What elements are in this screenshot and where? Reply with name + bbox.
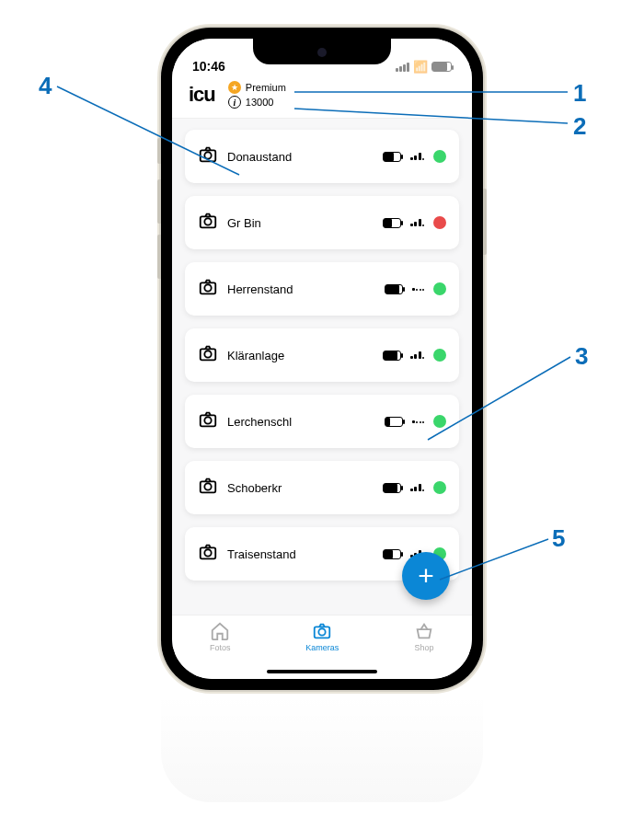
- tab-fotos-label: Fotos: [210, 643, 231, 652]
- home-icon: [210, 621, 230, 641]
- camera-indicators: [383, 481, 447, 494]
- camera-card[interactable]: Donaustand: [185, 130, 459, 183]
- tab-kameras-label: Kameras: [305, 643, 339, 652]
- phone-frame: 10:46 📶 icu ★ Premium i 13000: [161, 28, 483, 690]
- battery-indicator-icon: [383, 549, 401, 559]
- battery-indicator-icon: [383, 483, 401, 493]
- svg-point-5: [204, 284, 211, 291]
- status-dot-icon: [433, 349, 446, 362]
- status-indicators: 📶: [396, 60, 452, 74]
- camera-card[interactable]: Gr Bin: [185, 196, 459, 249]
- status-time: 10:46: [192, 59, 225, 74]
- camera-indicators: [385, 415, 447, 428]
- tab-kameras[interactable]: Kameras: [305, 621, 339, 652]
- svg-point-15: [319, 628, 326, 635]
- add-camera-button[interactable]: +: [402, 552, 450, 600]
- camera-icon: [198, 343, 218, 367]
- points-row[interactable]: i 13000: [228, 96, 286, 109]
- info-icon: i: [228, 96, 241, 109]
- callout-4: 4: [39, 72, 52, 100]
- battery-indicator-icon: [383, 351, 401, 361]
- camera-card[interactable]: Schoberkr: [185, 461, 459, 514]
- camera-icon: [198, 476, 218, 500]
- camera-name: Donaustand: [227, 150, 374, 164]
- basket-icon: [414, 621, 434, 641]
- signal-indicator-icon: [410, 484, 425, 491]
- status-dot-icon: [433, 282, 446, 295]
- premium-row[interactable]: ★ Premium: [228, 81, 286, 94]
- camera-indicators: [383, 349, 447, 362]
- camera-icon: [312, 621, 332, 641]
- camera-name: Lerchenschl: [227, 415, 375, 429]
- signal-indicator-icon: [410, 153, 425, 160]
- power-button: [483, 189, 487, 255]
- camera-card[interactable]: Herrenstand: [185, 262, 459, 316]
- camera-icon: [198, 277, 218, 301]
- app-header: icu ★ Premium i 13000: [172, 75, 472, 119]
- svg-point-3: [204, 218, 211, 224]
- home-indicator: [267, 670, 377, 673]
- signal-indicator-icon: [412, 288, 425, 291]
- camera-icon: [198, 144, 218, 168]
- tab-shop[interactable]: Shop: [414, 621, 434, 652]
- star-icon: ★: [228, 81, 241, 94]
- camera-icon: [198, 542, 218, 566]
- status-dot-icon: [433, 216, 446, 229]
- svg-point-1: [204, 152, 211, 158]
- camera-card[interactable]: Kläranlage: [185, 328, 459, 382]
- camera-card[interactable]: Lerchenschl: [185, 395, 459, 448]
- cellular-icon: [396, 63, 409, 72]
- camera-name: Herrenstand: [227, 282, 375, 296]
- plus-icon: +: [418, 560, 434, 592]
- camera-indicators: [383, 150, 447, 163]
- wifi-icon: 📶: [413, 60, 428, 74]
- signal-indicator-icon: [410, 351, 425, 359]
- signal-indicator-icon: [412, 420, 425, 423]
- camera-icon: [198, 409, 218, 433]
- premium-label: Premium: [246, 82, 286, 93]
- callout-2: 2: [573, 112, 586, 141]
- battery-indicator-icon: [383, 218, 401, 228]
- camera-name: Schoberkr: [227, 481, 374, 495]
- header-meta: ★ Premium i 13000: [228, 81, 286, 109]
- phone-reflection: [161, 692, 483, 802]
- callout-5: 5: [552, 524, 565, 553]
- points-value: 13000: [246, 97, 274, 108]
- battery-icon: [431, 62, 452, 72]
- volume-down: [157, 235, 161, 279]
- camera-indicators: [383, 216, 447, 229]
- svg-point-11: [204, 483, 211, 489]
- callout-1: 1: [573, 79, 586, 108]
- mute-switch: [157, 138, 161, 164]
- notch: [253, 39, 391, 64]
- status-dot-icon: [433, 150, 446, 163]
- svg-point-7: [204, 351, 211, 357]
- app-logo: icu: [189, 83, 215, 107]
- status-dot-icon: [433, 415, 446, 428]
- screen: 10:46 📶 icu ★ Premium i 13000: [172, 39, 472, 679]
- status-dot-icon: [433, 481, 446, 494]
- callout-3: 3: [575, 342, 588, 371]
- camera-name: Traisenstand: [227, 547, 374, 561]
- camera-name: Kläranlage: [227, 349, 374, 362]
- battery-indicator-icon: [383, 152, 401, 162]
- tab-shop-label: Shop: [415, 643, 434, 652]
- camera-indicators: [385, 282, 447, 295]
- battery-indicator-icon: [385, 417, 403, 427]
- camera-name: Gr Bin: [227, 216, 374, 230]
- svg-point-13: [204, 549, 211, 556]
- battery-indicator-icon: [385, 284, 403, 294]
- svg-point-9: [204, 417, 211, 423]
- volume-up: [157, 179, 161, 224]
- tab-bar: Fotos Kameras Shop: [172, 615, 472, 679]
- signal-indicator-icon: [410, 219, 425, 226]
- tab-fotos[interactable]: Fotos: [210, 621, 231, 652]
- camera-icon: [198, 211, 218, 235]
